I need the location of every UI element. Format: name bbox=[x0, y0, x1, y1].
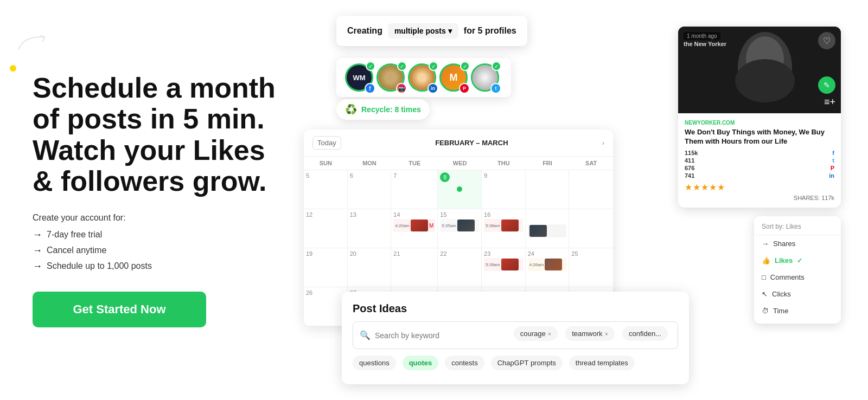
feather-icon[interactable]: ✎ bbox=[818, 76, 835, 94]
avatar-4[interactable]: M ✓ P bbox=[439, 63, 468, 92]
article-stats: 115k f 411 t 676 P 741 in bbox=[685, 150, 834, 179]
article-image: ♡ ✎ ≡+ 1 month ago the New Yorker bbox=[678, 27, 841, 113]
tag-teamwork[interactable]: teamwork × bbox=[565, 326, 615, 341]
cal-cell-7[interactable]: 7 bbox=[391, 170, 438, 209]
article-stars: ★★★★★ bbox=[685, 182, 834, 192]
creating-bar: Creating multiple posts ▾ for 5 profiles bbox=[336, 16, 527, 46]
cal-cell-13[interactable]: 13 bbox=[348, 209, 392, 248]
recycle-icon: ♻️ bbox=[345, 104, 357, 115]
tag-questions[interactable]: questions bbox=[353, 356, 396, 370]
sort-item-time[interactable]: ⏱ Time bbox=[754, 302, 841, 319]
avatar-3[interactable]: ✓ in bbox=[408, 63, 436, 92]
left-column: Schedule a month of posts in 5 min. Watc… bbox=[33, 73, 304, 327]
right-column: Creating multiple posts ▾ for 5 profiles… bbox=[304, 16, 835, 384]
calendar-today-button[interactable]: Today bbox=[312, 136, 341, 150]
recycle-badge: ♻️ Recycle: 8 times bbox=[336, 99, 430, 120]
sort-item-likes[interactable]: 👍 Likes ✓ bbox=[754, 252, 841, 269]
deco-dot bbox=[10, 65, 16, 72]
cal-cell-8[interactable]: 8 bbox=[438, 170, 482, 209]
page-wrapper: Schedule a month of posts in 5 min. Watc… bbox=[0, 0, 868, 400]
sort-item-clicks[interactable]: ↖ Clicks bbox=[754, 286, 841, 302]
article-card: ♡ ✎ ≡+ 1 month ago the New Yorker NEWYOR… bbox=[678, 27, 841, 208]
cal-cell-6[interactable]: 6 bbox=[348, 170, 392, 209]
tag-contests[interactable]: contests bbox=[445, 356, 484, 370]
article-title: We Don't Buy Things with Money, We Buy T… bbox=[685, 128, 834, 146]
tag-confidence[interactable]: confiden... bbox=[622, 326, 668, 341]
suggested-tags-row: questions quotes contests ChapGPT prompt… bbox=[353, 356, 678, 373]
keyword-search-input[interactable] bbox=[375, 331, 509, 340]
menu-icon[interactable]: ≡+ bbox=[824, 96, 835, 108]
cal-cell-19[interactable]: 19 bbox=[304, 248, 348, 287]
feature-item-1: → 7-day free trial bbox=[33, 229, 282, 241]
tag-close-teamwork[interactable]: × bbox=[605, 331, 608, 337]
cal-cell-26[interactable]: 26 bbox=[304, 287, 348, 326]
article-body: NEWYORKER.COM We Don't Buy Things with M… bbox=[678, 113, 841, 208]
shares-total: SHARES: 117k bbox=[685, 195, 834, 201]
calendar-header: Today FEBRUARY – MARCH › bbox=[304, 130, 613, 157]
arrow-icon-3: → bbox=[33, 261, 42, 272]
sort-item-shares[interactable]: → Shares bbox=[754, 235, 841, 252]
avatar-1[interactable]: WM ✓ f bbox=[345, 63, 373, 92]
avatar-2[interactable]: ✓ 📷 bbox=[376, 63, 405, 92]
arrow-icon-1: → bbox=[33, 229, 42, 241]
creating-suffix: for 5 profiles bbox=[464, 26, 516, 36]
recycle-label: Recycle: 8 times bbox=[361, 105, 421, 114]
tag-quotes[interactable]: quotes bbox=[403, 356, 439, 370]
heart-icon[interactable]: ♡ bbox=[818, 32, 835, 49]
creating-dropdown[interactable]: multiple posts ▾ bbox=[388, 23, 458, 38]
search-icon: 🔍 bbox=[360, 330, 371, 340]
cal-cell-21[interactable]: 21 bbox=[391, 248, 438, 287]
cal-cell-9[interactable]: 9 bbox=[482, 170, 526, 209]
sort-dropdown: Sort by: Likes → Shares 👍 Likes ✓ □ Comm… bbox=[754, 216, 841, 324]
cal-cell-23[interactable]: 23 5:39am bbox=[482, 248, 526, 287]
cal-cell-22[interactable]: 22 bbox=[438, 248, 482, 287]
cal-cell-empty1 bbox=[526, 170, 570, 209]
get-started-button[interactable]: Get Started Now bbox=[33, 292, 206, 327]
cal-cell-empty3 bbox=[526, 209, 570, 248]
tag-close-courage[interactable]: × bbox=[548, 331, 551, 337]
tag-thread-templates[interactable]: thread templates bbox=[569, 356, 635, 370]
sort-item-comments[interactable]: □ Comments bbox=[754, 269, 841, 286]
arrow-icon-2: → bbox=[33, 245, 42, 256]
creating-label: Creating bbox=[347, 26, 382, 36]
cal-cell-20[interactable]: 20 bbox=[348, 248, 392, 287]
post-ideas-card: Post Ideas 🔍 courage × teamwork × confid… bbox=[342, 292, 689, 384]
feature-item-2: → Cancel anytime bbox=[33, 245, 282, 256]
search-bar[interactable]: 🔍 courage × teamwork × confiden... bbox=[353, 321, 678, 349]
post-ideas-title: Post Ideas bbox=[353, 302, 678, 315]
cal-cell-24[interactable]: 24 4:26am bbox=[526, 248, 570, 287]
subtext: Create your account for: bbox=[33, 213, 282, 223]
feature-item-3: → Schedule up to 1,000 posts bbox=[33, 261, 282, 272]
cal-cell-15[interactable]: 15 5:35am bbox=[438, 209, 482, 248]
headline: Schedule a month of posts in 5 min. Watc… bbox=[33, 73, 282, 197]
cal-cell-14[interactable]: 14 4:20am M bbox=[391, 209, 438, 248]
svg-point-3 bbox=[735, 59, 795, 102]
cal-cell-12[interactable]: 12 bbox=[304, 209, 348, 248]
cal-cell-empty4 bbox=[569, 209, 613, 248]
cal-cell-5[interactable]: 5 bbox=[304, 170, 348, 209]
tag-courage[interactable]: courage × bbox=[514, 326, 558, 341]
avatar-5[interactable]: ✓ t bbox=[471, 63, 499, 92]
article-source: NEWYORKER.COM bbox=[685, 120, 834, 126]
cal-cell-empty2 bbox=[569, 170, 613, 209]
sort-header: Sort by: Likes bbox=[754, 221, 841, 235]
cal-cell-25[interactable]: 25 bbox=[569, 248, 613, 287]
tag-chatgpt[interactable]: ChapGPT prompts bbox=[491, 356, 563, 370]
feature-list: → 7-day free trial → Cancel anytime → Sc… bbox=[33, 229, 282, 272]
avatars-row: WM ✓ f ✓ 📷 ✓ in M bbox=[336, 58, 511, 97]
deco-arrow-icon bbox=[16, 33, 49, 54]
cal-cell-16[interactable]: 16 5:38am bbox=[482, 209, 526, 248]
calendar-month: FEBRUARY – MARCH bbox=[346, 139, 598, 147]
